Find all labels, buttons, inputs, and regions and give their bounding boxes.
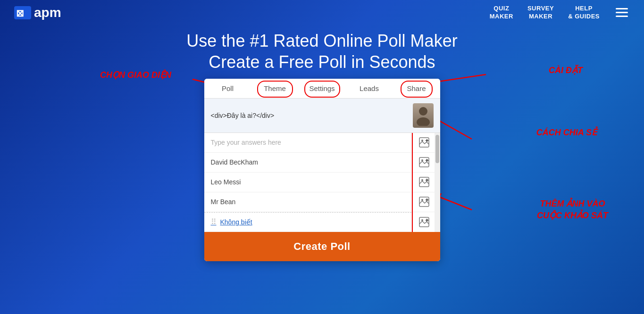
answer-row-other[interactable]: ⠿ Không biết — [204, 212, 411, 232]
answer-text-other: Không biết — [220, 218, 252, 226]
hero-section: Use the #1 Rated Online Poll Maker Creat… — [0, 30, 644, 72]
poll-widget: Poll Theme Settings Leads Share <div>Đây… — [204, 79, 440, 261]
add-image-icon-1 — [419, 157, 429, 167]
svg-point-7 — [419, 107, 427, 116]
drag-handle-icon: ⠿ — [211, 217, 217, 226]
logo-icon: ⊠ — [14, 6, 31, 19]
answer-row-placeholder[interactable]: Type your answers here — [204, 133, 411, 153]
answer-text-placeholder: Type your answers here — [211, 139, 281, 146]
poll-tabs: Poll Theme Settings Leads Share — [204, 79, 440, 99]
tab-leads[interactable]: Leads — [346, 79, 393, 98]
tab-theme[interactable]: Theme — [251, 79, 299, 98]
answer-row-2[interactable]: Leo Messi — [204, 173, 411, 192]
add-image-btn-3[interactable] — [413, 192, 435, 212]
tab-poll[interactable]: Poll — [204, 79, 251, 98]
add-image-btn-2[interactable] — [413, 173, 435, 192]
logo[interactable]: ⊠ apm — [14, 5, 61, 20]
answer-text-2: Leo Messi — [211, 178, 241, 186]
nav-help-guides[interactable]: HELP & GUIDES — [568, 5, 600, 21]
scrollbar[interactable] — [435, 133, 440, 232]
logo-text: apm — [34, 5, 61, 20]
tab-settings[interactable]: Settings — [299, 79, 346, 98]
answer-row-1[interactable]: David BecKham — [204, 153, 411, 173]
tab-share[interactable]: Share — [393, 79, 440, 98]
nav-links: QUIZ MAKER SURVEY MAKER HELP & GUIDES — [490, 5, 630, 21]
add-image-btn-0[interactable] — [413, 133, 435, 153]
svg-point-8 — [417, 117, 430, 126]
image-buttons-column — [412, 133, 435, 232]
answers-section: Type your answers here David BecKham Leo… — [204, 133, 440, 232]
add-image-icon-0 — [419, 137, 429, 148]
answers-list: Type your answers here David BecKham Leo… — [204, 133, 412, 232]
hamburger-menu[interactable] — [614, 6, 630, 19]
nav-quiz-maker[interactable]: QUIZ MAKER — [490, 5, 513, 21]
question-text: <div>Đây là ai?</div> — [211, 112, 408, 119]
navbar: ⊠ apm QUIZ MAKER SURVEY MAKER HELP & GUI… — [0, 0, 644, 25]
add-image-btn-4[interactable] — [413, 212, 435, 232]
hero-title-line2: Create a Free Poll in Seconds — [0, 52, 644, 72]
avatar — [413, 103, 434, 128]
scroll-thumb[interactable] — [435, 135, 439, 163]
add-image-icon-3 — [419, 197, 429, 207]
add-image-btn-1[interactable] — [413, 153, 435, 173]
add-image-icon-4 — [419, 217, 429, 227]
answer-text-3: Mr Bean — [211, 198, 236, 206]
add-image-icon-2 — [419, 177, 429, 187]
poll-widget-container: Poll Theme Settings Leads Share <div>Đây… — [0, 79, 644, 261]
answer-row-3[interactable]: Mr Bean — [204, 192, 411, 212]
create-poll-button[interactable]: Create Poll — [204, 232, 440, 261]
avatar-image — [415, 105, 432, 126]
nav-survey-maker[interactable]: SURVEY MAKER — [527, 5, 554, 21]
answer-text-1: David BecKham — [211, 158, 258, 166]
svg-text:⊠: ⊠ — [16, 8, 24, 18]
hero-title-line1: Use the #1 Rated Online Poll Maker — [0, 30, 644, 52]
question-row: <div>Đây là ai?</div> — [204, 99, 440, 133]
